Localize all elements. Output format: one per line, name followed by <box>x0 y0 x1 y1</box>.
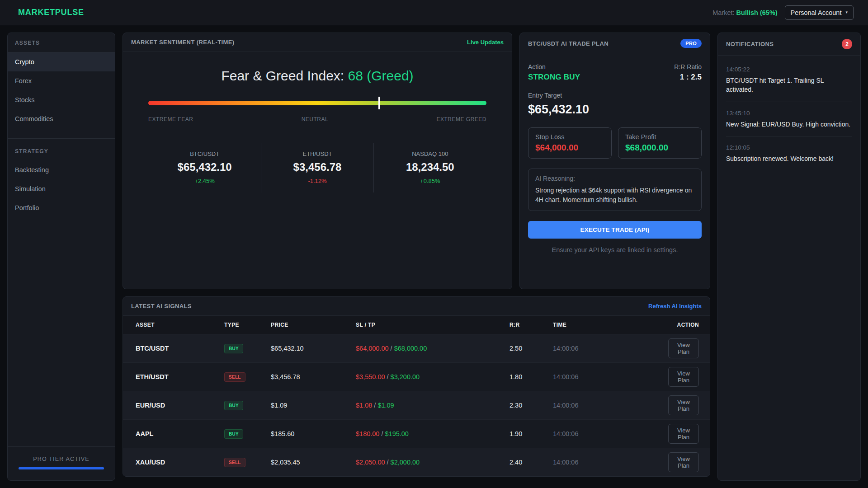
signal-sl: $3,550.00 <box>356 373 385 380</box>
account-dropdown[interactable]: Personal Account ▾ <box>785 5 854 20</box>
separator: / <box>391 345 392 352</box>
fear-greed-heading: Fear & Greed Index: 68 (Greed) <box>148 68 486 84</box>
ticker-nasdaq: NASDAQ 100 18,234.50 +0.85% <box>374 143 486 192</box>
fear-greed-label: Fear & Greed Index: <box>221 68 348 83</box>
separator: / <box>387 373 389 380</box>
notifications-panel: NOTIFICATIONS 2 14:05:22 BTC/USDT hit Ta… <box>717 33 861 481</box>
col-time: TIME <box>553 316 668 334</box>
ticker-row: BTC/USDT $65,432.10 +2.45% ETH/USDT $3,4… <box>148 143 486 192</box>
sidebar: ASSETS Crypto Forex Stocks Commodities S… <box>7 33 115 481</box>
notifications-count-badge: 2 <box>842 39 852 49</box>
signal-asset: ETH/USDT <box>123 363 224 391</box>
view-plan-button[interactable]: View Plan <box>668 452 699 472</box>
trade-plan-card: BTC/USDT AI TRADE PLAN PRO Action STRONG… <box>519 33 710 289</box>
col-price: PRICE <box>271 316 356 334</box>
signal-rr: 2.40 <box>509 448 553 477</box>
live-updates-label: Live Updates <box>467 39 504 46</box>
entry-target-value: $65,432.10 <box>528 103 702 117</box>
view-plan-button[interactable]: View Plan <box>668 338 699 358</box>
sidebar-section-title: STRATEGY <box>8 141 115 160</box>
signal-sltp: $3,550.00 / $3,200.00 <box>356 363 509 391</box>
signals-table: ASSET TYPE PRICE SL / TP R:R TIME ACTION… <box>123 316 710 476</box>
fear-greed-scale: EXTREME FEAR NEUTRAL EXTREME GREED <box>148 116 486 122</box>
sidebar-item-simulation[interactable]: Simulation <box>8 179 115 198</box>
table-row: AAPL BUY $185.60 $180.00 / $195.00 1.90 … <box>123 420 710 448</box>
sidebar-item-crypto[interactable]: Crypto <box>8 52 115 71</box>
stop-loss-label: Stop Loss <box>535 133 604 141</box>
ticker-change: -1.12% <box>261 178 373 184</box>
signal-price: $1.09 <box>271 391 356 420</box>
fear-greed-gauge <box>148 101 486 105</box>
account-dropdown-label: Personal Account <box>791 9 842 16</box>
signals-table-head: ASSET TYPE PRICE SL / TP R:R TIME ACTION <box>123 316 710 334</box>
refresh-insights-link[interactable]: Refresh AI Insights <box>648 303 702 310</box>
signal-price: $65,432.10 <box>271 334 356 363</box>
col-sltp: SL / TP <box>356 316 509 334</box>
list-item: 12:10:05 Subscription renewed. Welcome b… <box>726 136 852 170</box>
trade-plan-header: BTC/USDT AI TRADE PLAN PRO <box>520 33 710 54</box>
sidebar-item-stocks[interactable]: Stocks <box>8 90 115 109</box>
sidebar-item-portfolio[interactable]: Portfolio <box>8 198 115 217</box>
table-row: EUR/USD BUY $1.09 $1.08 / $1.09 2.30 14:… <box>123 391 710 420</box>
signal-sltp: $64,000.00 / $68,000.00 <box>356 334 509 363</box>
separator: / <box>381 430 383 437</box>
ai-signals-card: LATEST AI SIGNALS Refresh AI Insights AS… <box>123 296 710 477</box>
entry-target-label: Entry Target <box>528 92 702 99</box>
action-label: Action <box>528 63 580 70</box>
sidebar-footer: PRO TIER ACTIVE <box>8 446 115 480</box>
ticker-price: $65,432.10 <box>148 161 261 174</box>
signal-type-badge: BUY <box>224 429 243 439</box>
fear-greed-marker <box>378 97 380 109</box>
app-body: ASSETS Crypto Forex Stocks Commodities S… <box>0 25 868 488</box>
rr-label: R:R Ratio <box>674 63 702 70</box>
notification-message: BTC/USDT hit Target 1. Trailing SL activ… <box>726 76 852 94</box>
ai-reasoning-box: AI Reasoning: Strong rejection at $64k s… <box>528 169 702 211</box>
sidebar-section-title: ASSETS <box>8 33 115 52</box>
view-plan-button[interactable]: View Plan <box>668 367 699 387</box>
signal-rr: 2.30 <box>509 391 553 420</box>
take-profit-value: $68,000.00 <box>625 143 694 153</box>
list-item: 13:45:10 New Signal: EUR/USD Buy. High c… <box>726 102 852 136</box>
fear-greed-gradient-bar <box>148 101 486 105</box>
signal-type-badge: SELL <box>224 372 245 382</box>
table-row: ETH/USDT SELL $3,456.78 $3,550.00 / $3,2… <box>123 363 710 391</box>
execute-trade-button[interactable]: EXECUTE TRADE (API) <box>528 221 702 239</box>
signal-type-badge: BUY <box>224 401 243 410</box>
notifications-header: NOTIFICATIONS 2 <box>718 33 860 56</box>
signal-sl: $180.00 <box>356 430 379 437</box>
sidebar-item-backtesting[interactable]: Backtesting <box>8 160 115 179</box>
signal-time: 14:00:06 <box>553 391 668 420</box>
signal-sltp: $1.08 / $1.09 <box>356 391 509 420</box>
signal-rr: 2.50 <box>509 334 553 363</box>
fear-greed-value: 68 (Greed) <box>348 68 414 83</box>
signals-card-header: LATEST AI SIGNALS Refresh AI Insights <box>123 297 710 316</box>
signal-asset: XAU/USD <box>123 448 224 477</box>
take-profit-label: Take Profit <box>625 133 694 141</box>
ticker-change: +0.85% <box>374 178 486 184</box>
market-status: Bullish (65%) <box>736 9 778 16</box>
ticker-btc: BTC/USDT $65,432.10 +2.45% <box>148 143 261 192</box>
view-plan-button[interactable]: View Plan <box>668 424 699 444</box>
ticker-price: $3,456.78 <box>261 161 373 174</box>
top-header: MARKETPULSE Market: Bullish (65%) Person… <box>0 0 868 25</box>
scale-extreme-greed: EXTREME GREED <box>436 116 486 122</box>
signal-time: 14:00:06 <box>553 334 668 363</box>
market-sentiment-summary: Market: Bullish (65%) <box>712 9 777 16</box>
stop-loss-box: Stop Loss $64,000.00 <box>528 127 612 159</box>
list-item: 14:05:22 BTC/USDT hit Target 1. Trailing… <box>726 58 852 102</box>
signal-rr: 1.90 <box>509 420 553 448</box>
signal-time: 14:00:06 <box>553 448 668 477</box>
ai-reasoning-label: AI Reasoning: <box>535 175 694 182</box>
trade-plan-body: Action STRONG BUY R:R Ratio 1 : 2.5 Entr… <box>520 54 710 263</box>
main-content: MARKET SENTIMENT (REAL-TIME) Live Update… <box>123 33 710 481</box>
action-row: Action STRONG BUY R:R Ratio 1 : 2.5 <box>528 63 702 82</box>
view-plan-button[interactable]: View Plan <box>668 395 699 415</box>
sidebar-item-commodities[interactable]: Commodities <box>8 109 115 128</box>
sidebar-item-forex[interactable]: Forex <box>8 71 115 90</box>
pro-tier-progress-bar <box>19 467 104 469</box>
scale-neutral: NEUTRAL <box>302 116 329 122</box>
signal-tp: $195.00 <box>385 430 409 437</box>
entry-target-block: Entry Target $65,432.10 <box>528 92 702 117</box>
sentiment-card-title: MARKET SENTIMENT (REAL-TIME) <box>131 39 235 46</box>
signal-asset: AAPL <box>123 420 224 448</box>
